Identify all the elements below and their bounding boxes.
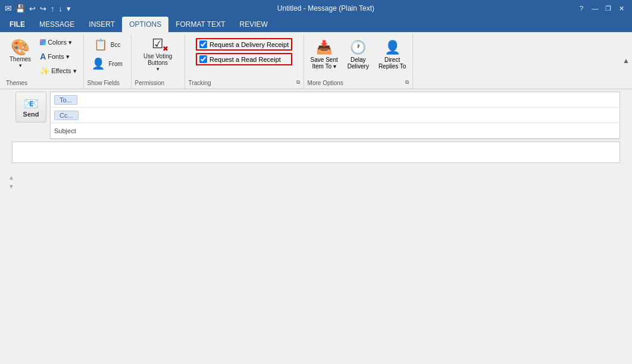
colors-label: Colors ▾ — [48, 39, 72, 46]
delivery-receipt-row[interactable]: Request a Delivery Receipt — [196, 38, 292, 51]
tab-file[interactable]: FILE — [2, 17, 32, 32]
send-button[interactable]: 📧 Send — [15, 92, 46, 123]
send-icon: 📧 — [24, 96, 39, 111]
scroll-up-arrow[interactable]: ▲ — [8, 174, 14, 181]
minimize-button[interactable]: — — [589, 2, 601, 14]
fonts-label: Fonts ▾ — [48, 53, 70, 61]
titlebar: ✉ 💾 ↩ ↪ ↑ ↓ ▾ Untitled - Message (Plain … — [0, 0, 632, 17]
ribbon-group-more-options: 📥 Save SentItem To ▾ 🕐 DelayDelivery 👤 D… — [304, 34, 414, 89]
tab-format-text[interactable]: FORMAT TEXT — [168, 17, 232, 32]
effects-button[interactable]: ✨ Effects ▾ — [37, 64, 79, 77]
effects-icon: ✨ — [40, 67, 49, 76]
themes-small-buttons: Colors ▾ A Fonts ▾ ✨ Effects ▾ — [37, 36, 79, 77]
ribbon-group-show-fields: 📋 Bcc 👤 From Show Fields — [84, 34, 132, 89]
ribbon-tabs: FILE MESSAGE INSERT OPTIONS FORMAT TEXT … — [0, 17, 632, 32]
help-button[interactable]: ? — [580, 5, 583, 12]
read-receipt-row[interactable]: Request a Read Receipt — [196, 53, 292, 65]
bcc-label: Bcc — [111, 42, 121, 48]
colors-swatch — [40, 39, 46, 45]
voting-icon: ☑ ✖ — [152, 35, 164, 52]
permission-footer: Permission — [135, 79, 181, 86]
ribbon-content: 🎨 Themes ▾ Colors ▾ A Fonts ▾ ✨ Effects … — [0, 32, 632, 89]
direct-replies-button[interactable]: 👤 DirectReplies To — [376, 37, 409, 73]
subject-row: Subject — [51, 123, 620, 139]
dropdown-qs-icon[interactable]: ▾ — [65, 3, 72, 14]
cc-button[interactable]: Cc... — [54, 111, 79, 120]
subject-label: Subject — [51, 126, 80, 136]
permission-group-label: Permission — [135, 79, 164, 86]
delay-delivery-icon: 🕐 — [350, 40, 366, 55]
left-scroll-indicator: ▲ ▼ — [8, 174, 14, 190]
from-label: From — [108, 61, 122, 67]
delay-delivery-button[interactable]: 🕐 DelayDelivery — [345, 37, 372, 73]
cc-input[interactable] — [82, 109, 620, 122]
tracking-content: Request a Delivery Receipt Request a Rea… — [195, 36, 293, 77]
themes-dropdown-arrow: ▾ — [19, 62, 22, 68]
tracking-footer: Tracking ⧉ — [189, 79, 300, 86]
bcc-icon: 📋 — [94, 38, 107, 51]
themes-label: Themes — [10, 56, 31, 62]
restore-button[interactable]: ❐ — [602, 2, 614, 14]
delivery-receipt-checkbox[interactable] — [199, 40, 207, 48]
cc-row: Cc... — [51, 108, 620, 123]
themes-content: 🎨 Themes ▾ Colors ▾ A Fonts ▾ ✨ Effects … — [6, 36, 80, 77]
tab-message[interactable]: MESSAGE — [32, 17, 82, 32]
window-title: Untitled - Message (Plain Text) — [72, 4, 580, 12]
save-sent-label: Save SentItem To ▾ — [311, 57, 338, 70]
tracking-checkboxes: Request a Delivery Receipt Request a Rea… — [195, 36, 293, 68]
message-body[interactable] — [12, 142, 620, 163]
to-input[interactable] — [81, 93, 620, 106]
from-button[interactable]: 👤 From — [88, 55, 126, 73]
more-options-group-label: More Options — [308, 79, 343, 86]
permission-content: ☑ ✖ Use VotingButtons ▾ — [140, 36, 176, 77]
direct-replies-icon: 👤 — [384, 40, 401, 55]
window-controls: ? — ❐ ✕ — [580, 2, 627, 14]
to-row: To... — [51, 92, 620, 108]
themes-group-label: Themes — [6, 79, 27, 86]
fonts-button[interactable]: A Fonts ▾ — [37, 50, 79, 63]
scroll-down-arrow[interactable]: ▼ — [8, 183, 14, 190]
tab-options[interactable]: OPTIONS — [122, 17, 168, 32]
save-sent-button[interactable]: 📥 Save SentItem To ▾ — [308, 37, 341, 73]
tab-insert[interactable]: INSERT — [82, 17, 122, 32]
colors-button[interactable]: Colors ▾ — [37, 36, 79, 49]
titlebar-left: ✉ 💾 ↩ ↪ ↑ ↓ ▾ — [5, 3, 72, 14]
delay-delivery-label: DelayDelivery — [348, 57, 369, 70]
to-button[interactable]: To... — [54, 95, 77, 105]
subject-input[interactable] — [80, 126, 620, 136]
tracking-expand-icon[interactable]: ⧉ — [296, 79, 300, 86]
more-options-expand-icon[interactable]: ⧉ — [405, 79, 409, 86]
themes-button[interactable]: 🎨 Themes ▾ — [6, 36, 35, 71]
show-fields-footer: Show Fields — [87, 79, 127, 86]
close-button[interactable]: ✕ — [615, 2, 627, 14]
up-qs-icon[interactable]: ↑ — [49, 3, 56, 14]
voting-buttons-button[interactable]: ☑ ✖ Use VotingButtons ▾ — [140, 36, 176, 71]
ribbon-group-tracking: Request a Delivery Receipt Request a Rea… — [185, 34, 304, 89]
read-receipt-checkbox[interactable] — [199, 55, 207, 63]
app-icon: ✉ — [5, 4, 12, 13]
save-sent-icon: 📥 — [316, 40, 332, 55]
show-fields-content: 📋 Bcc 👤 From — [88, 36, 126, 77]
redo-qs-icon[interactable]: ↪ — [39, 3, 48, 14]
direct-replies-label: DirectReplies To — [378, 57, 406, 70]
send-area: 📧 Send To... Cc... Subject — [12, 89, 620, 142]
send-label: Send — [23, 111, 39, 118]
compose-area: 📧 Send To... Cc... Subject — [0, 89, 632, 165]
tracking-group-label: Tracking — [189, 79, 211, 86]
save-qs-icon[interactable]: 💾 — [14, 3, 26, 14]
ribbon-collapse-arrow[interactable]: ▲ — [622, 57, 630, 65]
quick-access-toolbar: 💾 ↩ ↪ ↑ ↓ ▾ — [14, 3, 72, 14]
read-receipt-label: Request a Read Receipt — [209, 56, 281, 63]
more-options-footer: More Options ⧉ — [308, 79, 409, 86]
down-qs-icon[interactable]: ↓ — [58, 3, 64, 14]
tab-review[interactable]: REVIEW — [233, 17, 275, 32]
fonts-icon: A — [40, 52, 46, 61]
undo-qs-icon[interactable]: ↩ — [28, 3, 37, 14]
body-textarea[interactable] — [12, 142, 620, 161]
from-icon: 👤 — [92, 57, 105, 70]
ribbon-group-permission: ☑ ✖ Use VotingButtons ▾ Permission — [132, 34, 185, 89]
voting-dropdown-arrow: ▾ — [157, 66, 159, 72]
bcc-button[interactable]: 📋 Bcc — [88, 36, 126, 54]
themes-icon: 🎨 — [11, 39, 30, 55]
ribbon-group-themes: 🎨 Themes ▾ Colors ▾ A Fonts ▾ ✨ Effects … — [2, 34, 84, 89]
